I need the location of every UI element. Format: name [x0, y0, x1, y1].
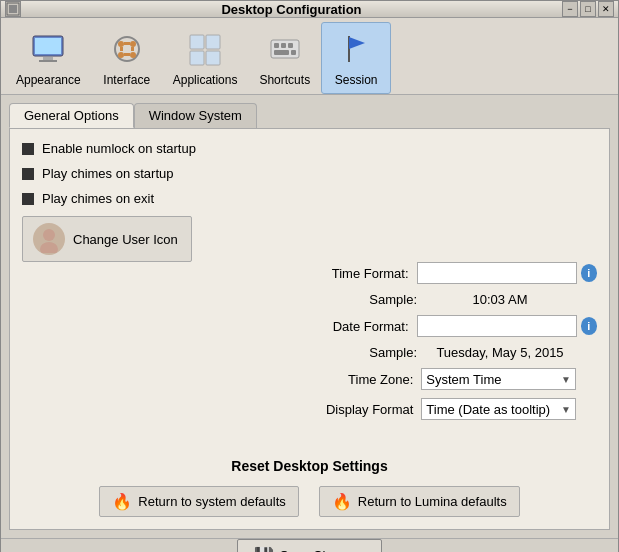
tab-bar: General Options Window System	[9, 103, 610, 128]
svg-rect-21	[281, 43, 286, 48]
shortcuts-label: Shortcuts	[259, 73, 310, 87]
timezone-row: Time Zone: System Time ▼	[317, 368, 597, 390]
shortcuts-icon	[265, 29, 305, 69]
interface-icon	[107, 29, 147, 69]
svg-marker-26	[349, 37, 365, 49]
numlock-checkbox[interactable]	[22, 143, 34, 155]
display-format-arrow-icon: ▼	[561, 404, 571, 415]
save-changes-button[interactable]: 💾 Save Changes	[237, 539, 382, 552]
maximize-button[interactable]: □	[580, 1, 596, 17]
content-area: General Options Window System Enable num…	[1, 95, 618, 538]
chimes-exit-checkbox[interactable]	[22, 193, 34, 205]
timezone-arrow-icon: ▼	[561, 374, 571, 385]
svg-rect-22	[288, 43, 293, 48]
timezone-select[interactable]: System Time ▼	[421, 368, 575, 390]
checkbox-numlock: Enable numlock on startup	[22, 141, 322, 156]
chimes-startup-checkbox[interactable]	[22, 168, 34, 180]
svg-rect-15	[190, 35, 204, 49]
svg-rect-24	[291, 50, 296, 55]
tab-window-system[interactable]: Window System	[134, 103, 257, 128]
titlebar-left-icon	[5, 1, 21, 17]
svg-rect-3	[43, 57, 53, 60]
change-user-icon-button[interactable]: Change User Icon	[22, 216, 192, 262]
toolbar-item-applications[interactable]: Applications	[162, 22, 249, 94]
date-sample-label: Sample:	[317, 345, 417, 360]
time-format-info-icon[interactable]: i	[581, 264, 597, 282]
main-window: Desktop Configuration − □ ✕ Appearance	[0, 0, 619, 552]
user-avatar	[33, 223, 65, 255]
change-user-icon-label: Change User Icon	[73, 232, 178, 247]
save-label: Save Changes	[280, 548, 365, 552]
return-system-defaults-button[interactable]: 🔥 Return to system defaults	[99, 486, 298, 517]
tab-general-options[interactable]: General Options	[9, 103, 134, 128]
time-format-input[interactable]	[417, 262, 577, 284]
svg-point-6	[115, 37, 139, 61]
date-sample-row: Sample: Tuesday, May 5, 2015	[317, 345, 597, 360]
chimes-exit-label: Play chimes on exit	[42, 191, 154, 206]
lumina-defaults-label: Return to Lumina defaults	[358, 494, 507, 509]
time-sample-label: Sample:	[317, 292, 417, 307]
timezone-label: Time Zone:	[317, 372, 413, 387]
date-sample-value: Tuesday, May 5, 2015	[425, 345, 575, 360]
toolbar: Appearance Interface	[1, 18, 618, 95]
return-lumina-defaults-button[interactable]: 🔥 Return to Lumina defaults	[319, 486, 520, 517]
svg-point-27	[43, 229, 55, 241]
svg-point-7	[118, 41, 124, 47]
display-format-label: Display Format	[317, 402, 413, 417]
svg-rect-12	[124, 53, 130, 56]
date-format-input[interactable]	[417, 315, 577, 337]
svg-rect-16	[206, 35, 220, 49]
time-format-label: Time Format:	[317, 266, 409, 281]
session-icon	[336, 29, 376, 69]
reset-section: Reset Desktop Settings 🔥 Return to syste…	[22, 458, 597, 517]
applications-icon	[185, 29, 225, 69]
session-label: Session	[335, 73, 378, 87]
options-left: Enable numlock on startup Play chimes on…	[22, 141, 322, 262]
svg-point-9	[118, 52, 124, 58]
toolbar-item-session[interactable]: Session	[321, 22, 391, 94]
reset-title: Reset Desktop Settings	[22, 458, 597, 474]
svg-point-10	[130, 52, 136, 58]
toolbar-item-interface[interactable]: Interface	[92, 22, 162, 94]
time-format-row: Time Format: i	[317, 262, 597, 284]
display-format-select[interactable]: Time (Date as tooltip) ▼	[421, 398, 575, 420]
svg-rect-19	[271, 40, 299, 58]
date-format-label: Date Format:	[317, 319, 409, 334]
time-sample-value: 10:03 AM	[425, 292, 575, 307]
numlock-label: Enable numlock on startup	[42, 141, 196, 156]
svg-rect-4	[39, 60, 57, 62]
svg-rect-23	[274, 50, 289, 55]
minimize-button[interactable]: −	[562, 1, 578, 17]
svg-rect-13	[120, 47, 123, 51]
interface-label: Interface	[103, 73, 150, 87]
date-format-info-icon[interactable]: i	[581, 317, 597, 335]
appearance-icon	[28, 29, 68, 69]
svg-point-8	[130, 41, 136, 47]
svg-rect-5	[35, 38, 61, 54]
toolbar-item-appearance[interactable]: Appearance	[5, 22, 92, 94]
svg-rect-18	[206, 51, 220, 65]
svg-rect-17	[190, 51, 204, 65]
lumina-defaults-icon: 🔥	[332, 492, 352, 511]
timezone-value: System Time	[426, 372, 501, 387]
window-title: Desktop Configuration	[21, 2, 562, 17]
svg-point-28	[40, 242, 58, 253]
display-format-value: Time (Date as tooltip)	[426, 402, 550, 417]
svg-rect-20	[274, 43, 279, 48]
close-button[interactable]: ✕	[598, 1, 614, 17]
options-right: Time Format: i Sample: 10:03 AM Date For…	[317, 262, 597, 428]
display-format-row: Display Format Time (Date as tooltip) ▼	[317, 398, 597, 420]
save-icon: 💾	[254, 546, 274, 552]
svg-rect-1	[9, 5, 17, 13]
appearance-label: Appearance	[16, 73, 81, 87]
time-sample-row: Sample: 10:03 AM	[317, 292, 597, 307]
checkbox-chimes-exit: Play chimes on exit	[22, 191, 322, 206]
svg-rect-14	[131, 47, 134, 51]
system-defaults-label: Return to system defaults	[138, 494, 285, 509]
chimes-startup-label: Play chimes on startup	[42, 166, 174, 181]
svg-rect-11	[124, 42, 130, 45]
applications-label: Applications	[173, 73, 238, 87]
tab-panel: Enable numlock on startup Play chimes on…	[9, 128, 610, 530]
toolbar-item-shortcuts[interactable]: Shortcuts	[248, 22, 321, 94]
checkbox-chimes-startup: Play chimes on startup	[22, 166, 322, 181]
